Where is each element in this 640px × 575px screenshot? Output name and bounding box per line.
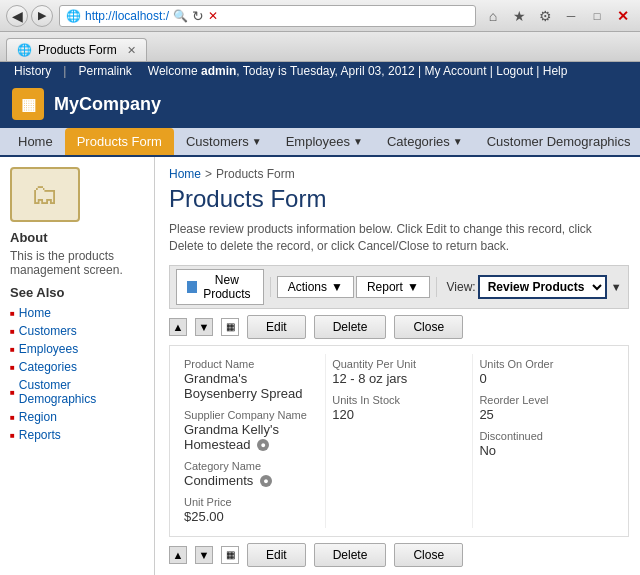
breadcrumb: Home > Products Form — [169, 167, 629, 181]
quantity-value: 12 - 8 oz jars — [332, 371, 466, 386]
main-nav: Home Products Form Customers ▼ Employees… — [0, 128, 640, 157]
supplier-value: Grandma Kelly's Homestead ● — [184, 422, 319, 452]
tools-icon[interactable]: ⚙ — [534, 5, 556, 27]
see-also-heading: See Also — [10, 285, 144, 300]
sidebar-link-customers[interactable]: Customers — [10, 322, 144, 340]
page-description: Please review products information below… — [169, 221, 629, 255]
tab-bar: 🌐 Products Form ✕ — [0, 32, 640, 62]
new-products-button[interactable]: New Products — [176, 269, 264, 305]
tab-close-icon[interactable]: ✕ — [127, 44, 136, 57]
sidebar-link-employees[interactable]: Employees — [10, 340, 144, 358]
units-on-order-cell: Units On Order 0 Reorder Level 25 Discon… — [472, 354, 619, 528]
app-logo: ▦ — [12, 88, 44, 120]
sidebar-link-home[interactable]: Home — [10, 304, 144, 322]
breadcrumb-sep: > — [205, 167, 212, 181]
nav-grid-icon[interactable]: ▦ — [221, 318, 239, 336]
delete-button-bottom[interactable]: Delete — [314, 543, 387, 567]
my-account-link[interactable]: My Account — [424, 64, 486, 78]
welcome-bar: Welcome admin, Today is Tuesday, April 0… — [148, 64, 632, 78]
supplier-label: Supplier Company Name — [184, 409, 319, 421]
sidebar-link-reports[interactable]: Reports — [10, 426, 144, 444]
sidebar-links: See Also Home Customers Employees Catego… — [10, 285, 144, 444]
nav-products-form[interactable]: Products Form — [65, 128, 174, 155]
products-form-tab[interactable]: 🌐 Products Form ✕ — [6, 38, 147, 61]
actions-button[interactable]: Actions ▼ — [277, 276, 354, 298]
about-text: This is the products management screen. — [10, 249, 144, 277]
category-value: Condiments ● — [184, 473, 319, 488]
toolbar: New Products Actions ▼ Report ▼ View: Re… — [169, 265, 629, 309]
nav-employees[interactable]: Employees ▼ — [274, 128, 375, 155]
product-name-cell: Product Name Grandma's Boysenberry Sprea… — [178, 354, 325, 528]
logout-link[interactable]: Logout — [496, 64, 533, 78]
supplier-edit-icon[interactable]: ● — [257, 439, 269, 451]
units-on-order-label: Units On Order — [479, 358, 613, 370]
stop-icon[interactable]: ✕ — [208, 9, 218, 23]
nav-grid-icon-bottom[interactable]: ▦ — [221, 546, 239, 564]
unit-price-value: $25.00 — [184, 509, 319, 524]
address-bar[interactable]: 🌐 http://localhost:/ 🔍 ↻ ✕ — [59, 5, 476, 27]
sidebar-link-customer-demographics[interactable]: Customer Demographics — [10, 376, 144, 408]
about-heading: About — [10, 230, 144, 245]
minimize-button[interactable]: ─ — [560, 5, 582, 27]
maximize-button[interactable]: □ — [586, 5, 608, 27]
view-select[interactable]: Review Products — [478, 275, 607, 299]
toolbar-sep-2 — [436, 277, 437, 297]
report-arrow: ▼ — [407, 280, 419, 294]
nav-up-arrow-bottom[interactable]: ▲ — [169, 546, 187, 564]
product-name-label: Product Name — [184, 358, 319, 370]
edit-button-bottom[interactable]: Edit — [247, 543, 306, 567]
reorder-value: 25 — [479, 407, 613, 422]
sidebar-link-categories[interactable]: Categories — [10, 358, 144, 376]
close-button-top[interactable]: Close — [394, 315, 463, 339]
view-arrow-icon: ▼ — [611, 281, 622, 293]
app-header: ▦ MyCompany — [0, 80, 640, 128]
history-link[interactable]: History — [8, 64, 57, 78]
close-button[interactable]: ✕ — [612, 5, 634, 27]
sidebar-link-region[interactable]: Region — [10, 408, 144, 426]
sidebar: 🗂 About This is the products management … — [0, 157, 155, 575]
search-icon: 🔍 — [173, 9, 188, 23]
unit-price-label: Unit Price — [184, 496, 319, 508]
reorder-label: Reorder Level — [479, 394, 613, 406]
favorites-icon[interactable]: ★ — [508, 5, 530, 27]
view-label: View: — [447, 280, 476, 294]
toolbar-sep-1 — [270, 277, 271, 297]
nav-down-arrow[interactable]: ▼ — [195, 318, 213, 336]
close-button-bottom[interactable]: Close — [394, 543, 463, 567]
nav-up-arrow[interactable]: ▲ — [169, 318, 187, 336]
help-link[interactable]: Help — [543, 64, 568, 78]
combined-bar: History | Permalink Welcome admin, Today… — [0, 62, 640, 80]
units-in-stock-value: 120 — [332, 407, 466, 422]
nav-customer-demographics[interactable]: Customer Demographics — [475, 128, 640, 155]
forward-button[interactable]: ▶ — [31, 5, 53, 27]
refresh-icon[interactable]: ↻ — [192, 8, 204, 24]
back-button[interactable]: ◀ — [6, 5, 28, 27]
delete-button-top[interactable]: Delete — [314, 315, 387, 339]
product-record: Product Name Grandma's Boysenberry Sprea… — [169, 345, 629, 537]
units-on-order-value: 0 — [479, 371, 613, 386]
permalink-link[interactable]: Permalink — [72, 64, 137, 78]
main-content: Home > Products Form Products Form Pleas… — [155, 157, 640, 575]
browser-titlebar: ◀ ▶ 🌐 http://localhost:/ 🔍 ↻ ✕ ⌂ ★ ⚙ ─ □… — [0, 0, 640, 32]
address-text: http://localhost:/ — [85, 9, 169, 23]
edit-button-top[interactable]: Edit — [247, 315, 306, 339]
category-edit-icon[interactable]: ● — [260, 475, 272, 487]
sidebar-logo-icon: 🗂 — [31, 178, 59, 211]
browser-window: ◀ ▶ 🌐 http://localhost:/ 🔍 ↻ ✕ ⌂ ★ ⚙ ─ □… — [0, 0, 640, 80]
home-icon[interactable]: ⌂ — [482, 5, 504, 27]
report-button[interactable]: Report ▼ — [356, 276, 430, 298]
nav-down-arrow-bottom[interactable]: ▼ — [195, 546, 213, 564]
breadcrumb-current: Products Form — [216, 167, 295, 181]
company-name: MyCompany — [54, 94, 161, 115]
nav-categories[interactable]: Categories ▼ — [375, 128, 475, 155]
nav-customers[interactable]: Customers ▼ — [174, 128, 274, 155]
customers-arrow: ▼ — [252, 136, 262, 147]
discontinued-label: Discontinued — [479, 430, 613, 442]
category-label: Category Name — [184, 460, 319, 472]
nav-home[interactable]: Home — [6, 128, 65, 155]
discontinued-value: No — [479, 443, 613, 458]
actions-arrow: ▼ — [331, 280, 343, 294]
units-in-stock-label: Units In Stock — [332, 394, 466, 406]
breadcrumb-home[interactable]: Home — [169, 167, 201, 181]
employees-arrow: ▼ — [353, 136, 363, 147]
